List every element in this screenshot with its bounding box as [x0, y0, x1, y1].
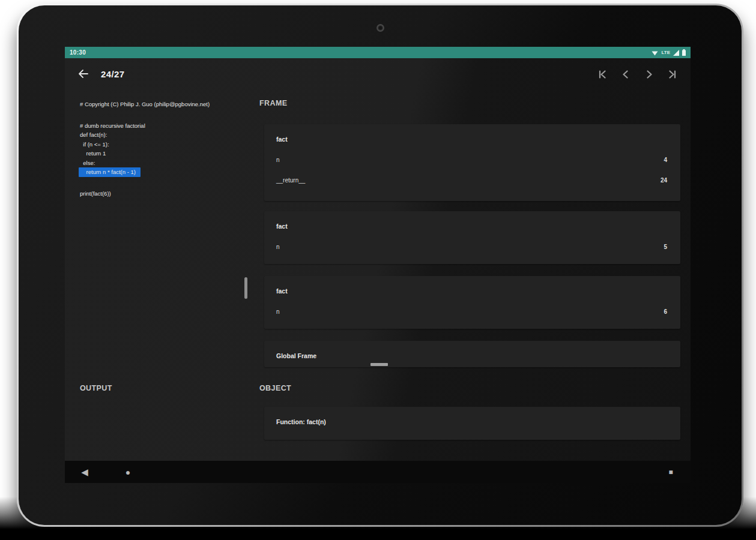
- recents-square-icon: ■: [668, 468, 673, 476]
- frame-title: fact: [276, 223, 667, 230]
- page: 10:30 LTE 24/27: [0, 0, 756, 540]
- toolbar: 24/27: [65, 58, 691, 89]
- clock: 10:30: [70, 49, 86, 56]
- variable-name: n: [276, 243, 280, 251]
- variable-value: 6: [664, 308, 667, 316]
- current-code-line: return n * fact(n - 1): [79, 167, 141, 177]
- frame-card[interactable]: fact n 6: [264, 276, 680, 329]
- arrow-left-icon: [78, 69, 90, 79]
- android-back-button[interactable]: ◀: [77, 461, 92, 483]
- variable-value: 24: [661, 176, 667, 184]
- variable-name: n: [276, 308, 280, 316]
- variable-row: n 4: [276, 156, 667, 164]
- variable-value: 4: [664, 156, 667, 164]
- variable-row: __return__ 24: [276, 176, 667, 184]
- front-camera: [376, 24, 384, 32]
- previous-step-button[interactable]: [621, 70, 630, 79]
- back-button[interactable]: [78, 69, 90, 80]
- frame-section-header: FRAME: [259, 99, 287, 107]
- android-nav-bar: ◀ ● ■: [65, 461, 691, 483]
- global-frame-card[interactable]: Global Frame: [264, 341, 680, 367]
- signal-icon: [673, 50, 679, 56]
- code-line: # Copyright (C) Philip J. Guo (philip@pg…: [80, 100, 242, 109]
- android-home-button[interactable]: ●: [120, 461, 136, 483]
- frame-title: fact: [276, 287, 667, 295]
- frame-title: fact: [276, 136, 667, 143]
- back-triangle-icon: ◀: [81, 467, 88, 478]
- frame-card[interactable]: fact n 4 __return__ 24: [264, 124, 680, 201]
- step-counter: 24/27: [101, 69, 125, 79]
- code-line: def fact(n):: [80, 130, 242, 140]
- object-card[interactable]: Function: fact(n): [264, 407, 680, 440]
- variable-value: 5: [664, 243, 667, 251]
- wifi-icon: [652, 50, 658, 56]
- object-label: Function: fact(n): [276, 418, 667, 426]
- lte-label: LTE: [661, 50, 670, 55]
- variable-name: __return__: [276, 176, 305, 184]
- output-section-header: OUTPUT: [80, 384, 112, 392]
- battery-icon: [682, 49, 686, 56]
- variable-row: n 5: [276, 243, 667, 251]
- step-navigation: [598, 70, 677, 79]
- code-line: print(fact(6)): [80, 189, 242, 199]
- android-recents-button[interactable]: ■: [663, 461, 679, 483]
- last-step-button[interactable]: [668, 70, 677, 79]
- home-circle-icon: ●: [125, 467, 130, 477]
- next-step-button[interactable]: [645, 70, 653, 79]
- frame-card[interactable]: fact n 5: [264, 211, 680, 264]
- first-step-button[interactable]: [598, 70, 606, 79]
- app-screen: 10:30 LTE 24/27: [65, 47, 691, 483]
- status-bar: 10:30 LTE: [65, 47, 691, 58]
- variable-name: n: [276, 156, 280, 164]
- code-panel: # Copyright (C) Philip J. Guo (philip@pg…: [80, 100, 242, 198]
- pane-divider-handle[interactable]: [244, 277, 247, 299]
- variable-row: n 6: [276, 308, 667, 316]
- code-line: return 1: [80, 149, 242, 158]
- code-line: else:: [80, 158, 242, 168]
- code-line: # dumb recursive factorial: [80, 121, 242, 131]
- frame-title: Global Frame: [276, 352, 667, 360]
- code-line: if (n <= 1):: [80, 140, 242, 149]
- status-icons: LTE: [652, 49, 686, 56]
- object-section-header: OBJECT: [259, 384, 291, 392]
- horizontal-scrollbar[interactable]: [370, 363, 388, 366]
